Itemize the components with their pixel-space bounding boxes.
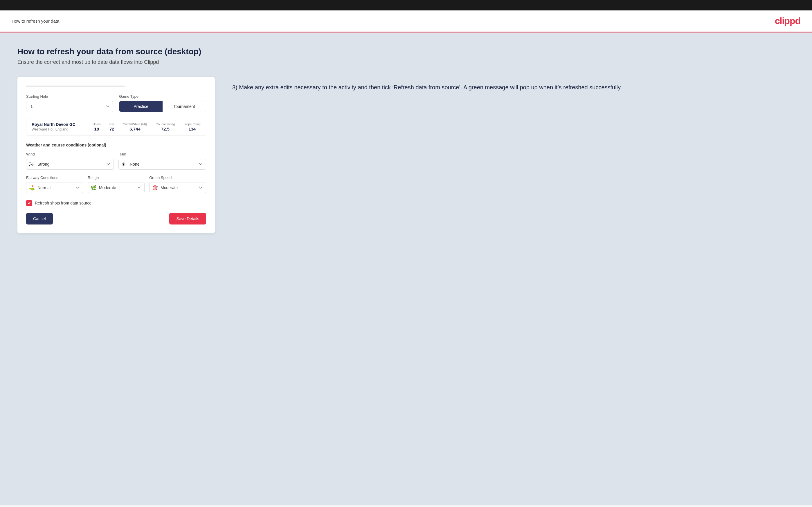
rough-select[interactable]: Moderate (88, 182, 145, 193)
sidebar-description: 3) Make any extra edits necessary to the… (232, 83, 795, 92)
course-details: Royal North Devon GC, Westward Ho!, Engl… (32, 122, 77, 131)
rain-label: Rain (118, 152, 206, 156)
fairway-select[interactable]: Normal (26, 182, 83, 193)
course-rating-value: 72.5 (156, 126, 175, 131)
cancel-button[interactable]: Cancel (26, 213, 53, 225)
yards-stat: Yards/White (M)) 6,744 (123, 122, 147, 131)
starting-hole-label: Starting Hole (26, 94, 113, 99)
green-speed-select-wrapper: 🎯 Moderate (149, 182, 206, 193)
sidebar-text: 3) Make any extra edits necessary to the… (232, 77, 795, 92)
top-bar (0, 0, 812, 10)
rough-label: Rough (88, 175, 145, 180)
wind-label: Wind (26, 152, 114, 156)
fairway-label: Fairway Conditions (26, 175, 83, 180)
fairway-group: Fairway Conditions ⛳ Normal (26, 175, 83, 193)
checkbox-row: Refresh shots from data source (26, 200, 206, 206)
content-area: Starting Hole 1 Game Type Practice Tourn… (17, 77, 795, 233)
holes-stat: Holes 18 (93, 122, 101, 131)
rain-select-wrapper: ☀ None (118, 159, 206, 170)
wind-select-wrapper: 🌬 Strong (26, 159, 114, 170)
page-heading: How to refresh your data from source (de… (17, 47, 795, 56)
form-card: Starting Hole 1 Game Type Practice Tourn… (17, 77, 215, 233)
footer: Copyright Clippd 2022 (0, 505, 812, 507)
form-row-top: Starting Hole 1 Game Type Practice Tourn… (26, 94, 206, 112)
header: How to refresh your data clippd (0, 10, 812, 33)
course-rating-stat: Course rating 72.5 (156, 122, 175, 131)
save-button[interactable]: Save Details (169, 213, 206, 225)
conditions-section: Weather and course conditions (optional)… (26, 143, 206, 193)
main-content: How to refresh your data from source (de… (0, 33, 812, 505)
wind-select[interactable]: Strong (26, 159, 114, 170)
refresh-checkbox[interactable] (26, 200, 32, 206)
starting-hole-select[interactable]: 1 (26, 101, 113, 112)
par-label: Par (109, 122, 114, 126)
fairway-select-wrapper: ⛳ Normal (26, 182, 83, 193)
page-subheading: Ensure the correct and most up to date d… (17, 59, 795, 65)
yards-value: 6,744 (123, 126, 147, 131)
game-type-group: Game Type Practice Tournament (119, 94, 206, 112)
holes-value: 18 (93, 126, 101, 131)
starting-hole-group: Starting Hole 1 (26, 94, 113, 112)
game-type-label: Game Type (119, 94, 206, 99)
green-speed-select[interactable]: Moderate (149, 182, 206, 193)
rough-group: Rough 🌿 Moderate (88, 175, 145, 193)
course-location: Westward Ho!, England (32, 127, 77, 131)
green-speed-label: Green Speed (149, 175, 206, 180)
rough-select-wrapper: 🌿 Moderate (88, 182, 145, 193)
course-stats: Holes 18 Par 72 Yards/White (M)) 6,744 C… (93, 122, 201, 131)
practice-button[interactable]: Practice (119, 101, 163, 112)
tab-hint (26, 86, 125, 87)
par-stat: Par 72 (109, 122, 114, 131)
logo: clippd (775, 16, 800, 26)
wind-group: Wind 🌬 Strong (26, 152, 114, 170)
rain-group: Rain ☀ None (118, 152, 206, 170)
slope-rating-label: Slope rating (184, 122, 201, 126)
slope-rating-stat: Slope rating 134 (184, 122, 201, 131)
header-title: How to refresh your data (12, 18, 59, 23)
slope-rating-value: 134 (184, 126, 201, 131)
course-info-card: Royal North Devon GC, Westward Ho!, Engl… (26, 118, 206, 136)
conditions-row-2: Fairway Conditions ⛳ Normal Rough 🌿 (26, 175, 206, 193)
course-name: Royal North Devon GC, (32, 122, 77, 127)
form-actions: Cancel Save Details (26, 213, 206, 225)
tournament-button[interactable]: Tournament (163, 101, 206, 112)
conditions-row-1: Wind 🌬 Strong Rain ☀ (26, 152, 206, 170)
par-value: 72 (109, 126, 114, 131)
holes-label: Holes (93, 122, 101, 126)
yards-label: Yards/White (M)) (123, 122, 147, 126)
course-rating-label: Course rating (156, 122, 175, 126)
green-speed-group: Green Speed 🎯 Moderate (149, 175, 206, 193)
conditions-title: Weather and course conditions (optional) (26, 143, 206, 147)
rain-select[interactable]: None (118, 159, 206, 170)
refresh-checkbox-label[interactable]: Refresh shots from data source (35, 201, 92, 205)
game-type-buttons: Practice Tournament (119, 101, 206, 112)
